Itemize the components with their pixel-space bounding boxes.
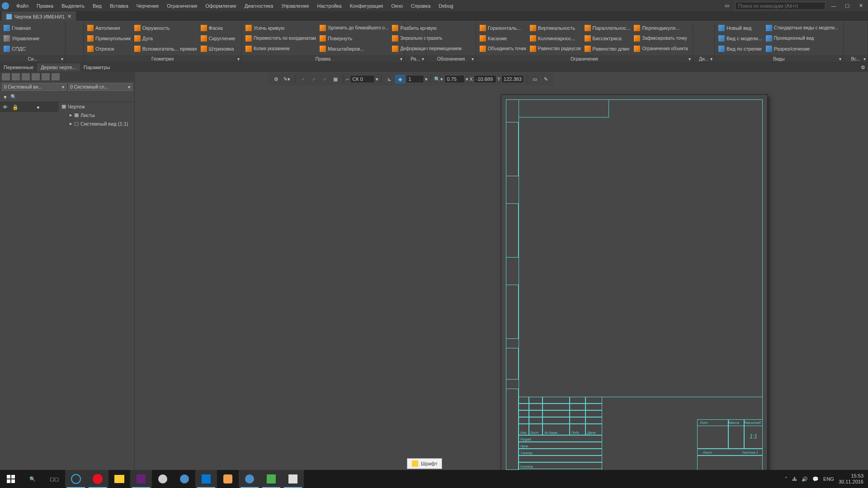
tray-chevron-icon[interactable]: ˄ [785,476,788,482]
minimize-button[interactable]: — [828,2,839,10]
document-tab[interactable]: Чертеж БЕЗ ИМЕНИ1 ✕ [2,12,76,21]
anno-4[interactable] [438,23,448,33]
parallel-button[interactable]: Параллельнос... [583,24,632,32]
move-button[interactable]: Переместить по координатам [244,34,318,42]
lp-tool-5[interactable] [42,73,50,80]
chevron-down-icon[interactable]: ▾ [422,56,424,61]
std-views-button[interactable]: Стандартные виды с модели... [764,24,840,32]
menu-debug[interactable]: Debug [435,1,457,10]
panel-settings-icon[interactable]: ⚙ [857,63,868,72]
menu-diagnostics[interactable]: Диагностика [241,1,277,10]
y-coord-input[interactable] [501,75,524,83]
dt-snap-3[interactable]: ⟋ [320,75,330,84]
menu-config[interactable]: Конфигурация [346,1,387,10]
dt-grid[interactable]: ▦ [330,75,340,84]
diag-2[interactable] [695,34,705,43]
spds-button[interactable]: СПДС [2,45,63,53]
tray-clock[interactable]: 15:53 30.11.2016 [839,473,863,485]
new-view-button[interactable]: Новый вид [717,24,764,32]
expand-icon[interactable]: ▸ [70,121,72,127]
menu-file[interactable]: Файл [13,1,32,10]
panel-tab-tree[interactable]: Дерево черте... [37,63,80,71]
trim-button[interactable]: Усечь кривую [244,24,318,32]
arrow-view-button[interactable]: Вид по стрелке [717,45,764,53]
tree-sheets[interactable]: ▸▦Листы [59,111,134,119]
obj-constraints-button[interactable]: Ограничения объекта [632,45,689,53]
helper-line-button[interactable]: Вспомогатель... прямая [132,45,199,53]
dt-eyedropper[interactable]: ✎ [541,75,551,84]
rectangle-button[interactable]: Прямоугольник [85,34,132,42]
anno-7[interactable] [448,23,458,33]
dt-snap-2[interactable]: ⟋ [309,75,319,84]
color-icon[interactable]: ● [37,104,40,110]
dim-tool-3[interactable] [406,44,416,53]
tray-network-icon[interactable]: 🖧 [792,476,797,482]
search-button[interactable]: 🔍 [22,470,43,488]
fix-point-button[interactable]: Зафиксировать точку [632,34,689,42]
rotate-button[interactable]: Повернуть [318,34,390,42]
step-input[interactable] [406,75,424,83]
diag-3[interactable] [695,44,705,53]
save-doc-button[interactable] [67,44,77,53]
proj-view-button[interactable]: Проекционный вид [764,34,840,42]
dim-tool-2[interactable] [406,34,416,43]
x-coord-input[interactable] [474,75,496,83]
chevron-down-icon[interactable]: ▾ [237,56,240,61]
tangent-button[interactable]: Касание [478,34,528,42]
dim-tool-1[interactable] [406,23,416,33]
diag-1[interactable] [695,23,705,33]
menu-select[interactable]: Выделить [58,1,88,10]
edge-taskbar-icon[interactable] [65,470,87,488]
chevron-down-icon[interactable]: ▾ [689,56,691,61]
vs-2[interactable] [845,34,855,43]
copy-button[interactable]: Копия указанием [244,45,318,53]
coord-system-input[interactable] [350,75,375,83]
settings-taskbar-icon[interactable] [195,470,217,488]
menu-view[interactable]: Вид [89,1,105,10]
zoom-input[interactable] [444,75,465,83]
menu-settings[interactable]: Настройка [314,1,345,10]
bisector-button[interactable]: Биссектриса [583,34,632,42]
menu-window[interactable]: Окно [388,1,407,10]
anno-5[interactable] [438,34,448,43]
circle-button[interactable]: Окружность [132,24,199,32]
vert-constraint-button[interactable]: Вертикальность [528,24,583,32]
anno-11[interactable] [458,34,468,43]
dt-pencil[interactable]: ✎▾ [282,75,292,84]
app-taskbar-icon-4[interactable] [282,470,304,488]
section-button[interactable]: Разрез/сечение [764,45,840,53]
fillet-button[interactable]: Скругление [199,34,237,42]
new-doc-button[interactable] [67,23,77,33]
lock-icon[interactable]: 🔒 [12,104,19,110]
chamfer-button[interactable]: Фаска [199,24,237,32]
anno-2[interactable] [428,34,438,43]
model-view-button[interactable]: Вид с модели... [717,34,764,42]
chevron-down-icon[interactable]: ▾ [400,56,402,61]
menu-constraints[interactable]: Ограничения [163,1,201,10]
tray-lang[interactable]: ENG [823,476,834,482]
vs-3[interactable] [845,44,855,53]
home-tab-button[interactable]: Главная [2,24,63,32]
vs-1[interactable] [845,23,855,33]
app-taskbar-icon-3[interactable] [260,470,282,488]
expand-icon[interactable]: ▸ [70,112,72,118]
segment-button[interactable]: Отрезок [85,45,132,53]
lp-tool-4[interactable] [32,73,40,80]
chevron-down-icon[interactable]: ▾ [839,56,841,61]
close-tab-icon[interactable]: ✕ [67,14,71,19]
anno-3[interactable] [428,44,438,53]
collinear-button[interactable]: Коллинеарнос... [528,34,583,42]
manage-button[interactable]: Управление [2,34,63,42]
panel-tab-params[interactable]: Параметры [80,63,114,71]
chevron-down-icon[interactable]: ▾ [466,76,468,82]
maximize-button[interactable]: ▢ [842,2,853,10]
join-points-button[interactable]: Объединить точки [478,45,528,53]
arc-button[interactable]: Дуга [132,34,199,42]
tray-volume-icon[interactable]: 🔊 [802,476,808,482]
lp-tool-2[interactable] [12,73,20,80]
scale-button[interactable]: Масштабиров... [318,45,390,53]
layer-dropdown[interactable]: 0 Системный сл...▾ [68,83,133,91]
perpendicular-button[interactable]: Перпендикуля... [632,24,689,32]
tree-sysview[interactable]: ▸▢Системный вид (1:1) [59,119,134,128]
lp-tool-3[interactable] [22,73,30,80]
